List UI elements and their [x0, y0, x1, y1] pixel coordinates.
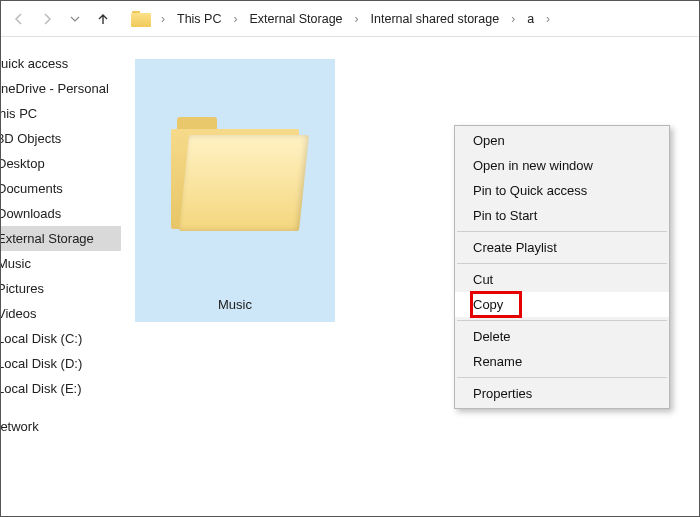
sidebar-item[interactable]: Network [1, 414, 121, 439]
navigation-pane: Quick accessOneDrive - PersonalThis PC3D… [1, 37, 121, 516]
sidebar-item[interactable]: Downloads [1, 201, 121, 226]
breadcrumb-sep[interactable]: › [349, 12, 365, 26]
arrow-up-icon [95, 11, 111, 27]
breadcrumb-item[interactable]: This PC [175, 10, 223, 28]
breadcrumb-sep[interactable]: › [227, 12, 243, 26]
sidebar-item[interactable]: This PC [1, 101, 121, 126]
context-menu-item[interactable]: Open in new window [455, 153, 669, 178]
context-menu: OpenOpen in new windowPin to Quick acces… [454, 125, 670, 409]
breadcrumb-item[interactable]: Internal shared storage [369, 10, 502, 28]
sidebar-item[interactable]: Music [1, 251, 121, 276]
arrow-left-icon [11, 11, 27, 27]
sidebar-item[interactable]: 3D Objects [1, 126, 121, 151]
context-menu-separator [457, 231, 667, 232]
recent-dropdown[interactable] [63, 7, 87, 31]
sidebar-item[interactable]: Local Disk (D:) [1, 351, 121, 376]
context-menu-item[interactable]: Pin to Start [455, 203, 669, 228]
folder-thumbnail [135, 59, 335, 291]
folder-item-music[interactable]: Music [135, 59, 335, 322]
back-button[interactable] [7, 7, 31, 31]
breadcrumb-item[interactable]: External Storage [247, 10, 344, 28]
breadcrumb-sep[interactable]: › [505, 12, 521, 26]
sidebar-item[interactable]: Quick access [1, 51, 121, 76]
context-menu-item[interactable]: Delete [455, 324, 669, 349]
address-toolbar: › This PC › External Storage › Internal … [1, 1, 699, 37]
context-menu-separator [457, 377, 667, 378]
context-menu-separator [457, 320, 667, 321]
sidebar-item[interactable]: OneDrive - Personal [1, 76, 121, 101]
breadcrumb-item[interactable]: a [525, 10, 536, 28]
chevron-down-icon [70, 14, 80, 24]
breadcrumb-sep[interactable]: › [540, 12, 556, 26]
context-menu-item[interactable]: Open [455, 128, 669, 153]
sidebar-item[interactable]: External Storage [1, 226, 121, 251]
sidebar-item[interactable]: Documents [1, 176, 121, 201]
sidebar-item[interactable]: Local Disk (C:) [1, 326, 121, 351]
sidebar-item[interactable]: Videos [1, 301, 121, 326]
context-menu-item[interactable]: Rename [455, 349, 669, 374]
folder-icon [171, 111, 299, 239]
context-menu-item[interactable]: Properties [455, 381, 669, 406]
forward-button[interactable] [35, 7, 59, 31]
up-button[interactable] [91, 7, 115, 31]
arrow-right-icon [39, 11, 55, 27]
folder-icon [131, 9, 151, 29]
sidebar-item[interactable]: Desktop [1, 151, 121, 176]
breadcrumb-sep[interactable]: › [155, 12, 171, 26]
context-menu-item[interactable]: Create Playlist [455, 235, 669, 260]
context-menu-item[interactable]: Pin to Quick access [455, 178, 669, 203]
context-menu-item[interactable]: Cut [455, 267, 669, 292]
sidebar-item[interactable]: Pictures [1, 276, 121, 301]
sidebar-item[interactable]: Local Disk (E:) [1, 376, 121, 401]
folder-label: Music [135, 291, 335, 322]
context-menu-separator [457, 263, 667, 264]
highlight-annotation [470, 291, 522, 318]
